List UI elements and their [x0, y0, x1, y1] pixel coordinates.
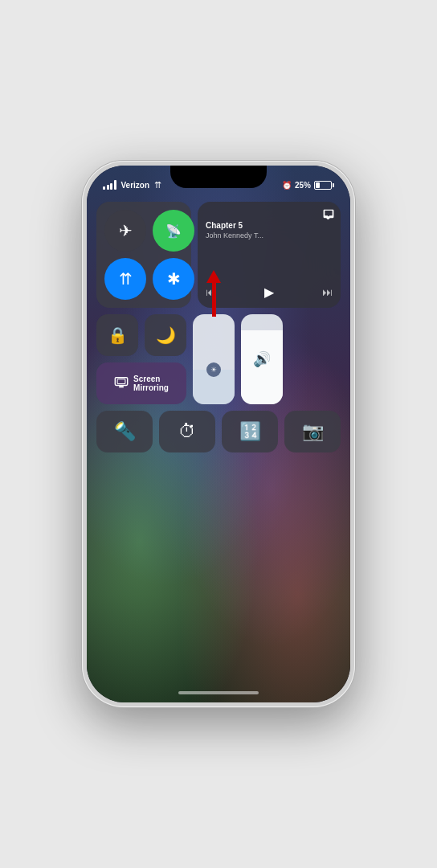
playback-controls: ⏮ ▶ ⏭: [206, 285, 333, 300]
volume-slider[interactable]: 🔊: [241, 314, 283, 404]
lock-dnd-row: 🔒 🌙: [96, 314, 186, 356]
svg-rect-1: [117, 379, 125, 383]
fast-forward-button[interactable]: ⏭: [322, 286, 333, 298]
phone-screen: Verizon ⇈ ⏰ 25% ✈: [87, 166, 350, 702]
notch: [170, 166, 267, 188]
control-center: ✈ 📡 ⇈ ✱: [96, 202, 341, 452]
status-right: ⏰ 25%: [282, 181, 334, 190]
wifi-icon: ⇈: [154, 180, 161, 190]
timer-icon: ⏱: [178, 421, 196, 442]
brightness-slider-wrapper: ☀: [193, 314, 235, 404]
track-info: Chapter 5 John Kennedy T...: [206, 221, 333, 240]
phone-frame: Verizon ⇈ ⏰ 25% ✈: [82, 161, 355, 707]
camera-icon: 📷: [302, 421, 324, 442]
hotspot-icon: 📡: [165, 223, 182, 239]
row-middle: 🔒 🌙: [96, 314, 341, 404]
flashlight-button[interactable]: 🔦: [96, 411, 153, 452]
camera-button[interactable]: 📷: [284, 411, 341, 452]
airplane-mode-button[interactable]: ✈: [104, 210, 146, 252]
signal-bars-icon: [103, 180, 116, 190]
svg-rect-2: [119, 386, 124, 387]
airplane-icon: ✈: [119, 221, 133, 240]
play-button[interactable]: ▶: [264, 285, 274, 300]
carrier-name: Verizon: [121, 181, 150, 190]
calculator-icon: 🔢: [239, 421, 261, 442]
rotation-lock-button[interactable]: 🔒: [96, 314, 138, 356]
track-title: Chapter 5: [206, 221, 333, 230]
screen-mirroring-label: Screen Mirroring: [133, 375, 169, 392]
hotspot-button[interactable]: 📡: [153, 210, 194, 252]
brightness-knob: ☀: [206, 362, 221, 377]
alarm-icon: ⏰: [282, 181, 292, 190]
screen-mirroring-icon: [114, 377, 129, 391]
wifi-button[interactable]: ⇈: [104, 258, 146, 300]
track-artist: John Kennedy T...: [206, 231, 333, 240]
red-arrow: [206, 270, 221, 317]
left-buttons: 🔒 🌙: [96, 314, 186, 404]
rotation-lock-icon: 🔒: [108, 326, 128, 345]
status-left: Verizon ⇈: [103, 180, 161, 190]
brightness-slider[interactable]: ☀: [193, 314, 235, 404]
bluetooth-icon: ✱: [167, 269, 181, 289]
calculator-button[interactable]: 🔢: [222, 411, 278, 452]
flashlight-icon: 🔦: [114, 421, 136, 442]
screen-mirroring-button[interactable]: Screen Mirroring: [96, 362, 186, 404]
connectivity-panel: ✈ 📡 ⇈ ✱: [96, 202, 191, 308]
moon-icon: 🌙: [156, 326, 176, 345]
volume-icon: 🔊: [253, 350, 271, 368]
wifi-btn-icon: ⇈: [119, 269, 133, 289]
airplay-icon: [323, 208, 334, 222]
bluetooth-button[interactable]: ✱: [153, 258, 194, 300]
battery-percent: 25%: [295, 181, 311, 190]
home-indicator[interactable]: [178, 691, 259, 694]
timer-button[interactable]: ⏱: [159, 411, 215, 452]
sun-icon: ☀: [210, 366, 217, 374]
battery-icon: [314, 181, 334, 190]
tools-row: 🔦 ⏱ 🔢 📷: [96, 411, 341, 452]
do-not-disturb-button[interactable]: 🌙: [145, 314, 186, 356]
